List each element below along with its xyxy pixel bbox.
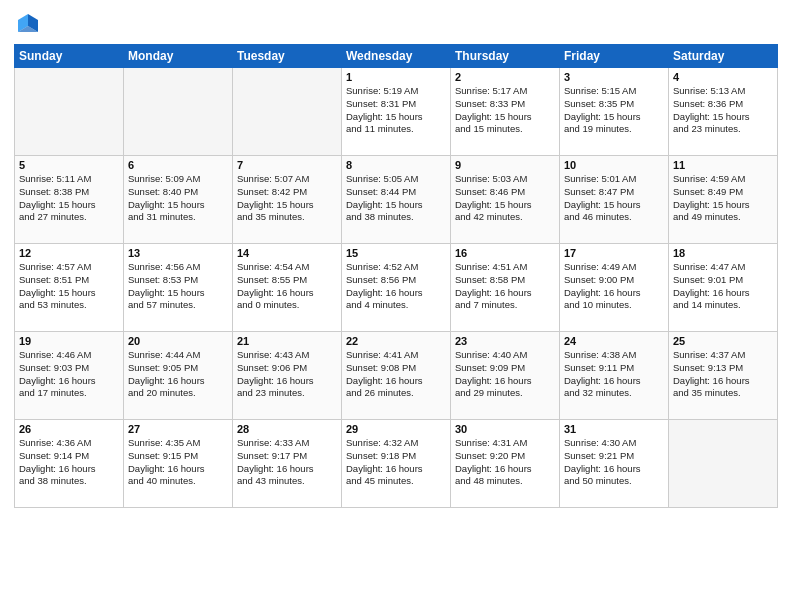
calendar-cell: 29Sunrise: 4:32 AM Sunset: 9:18 PM Dayli… [342, 420, 451, 508]
day-number: 3 [564, 71, 664, 83]
weekday-header: Sunday [15, 45, 124, 68]
weekday-header: Tuesday [233, 45, 342, 68]
calendar-cell: 13Sunrise: 4:56 AM Sunset: 8:53 PM Dayli… [124, 244, 233, 332]
calendar-cell: 14Sunrise: 4:54 AM Sunset: 8:55 PM Dayli… [233, 244, 342, 332]
day-number: 10 [564, 159, 664, 171]
day-detail: Sunrise: 4:47 AM Sunset: 9:01 PM Dayligh… [673, 261, 773, 312]
day-detail: Sunrise: 4:36 AM Sunset: 9:14 PM Dayligh… [19, 437, 119, 488]
calendar-cell: 21Sunrise: 4:43 AM Sunset: 9:06 PM Dayli… [233, 332, 342, 420]
calendar-cell: 2Sunrise: 5:17 AM Sunset: 8:33 PM Daylig… [451, 68, 560, 156]
day-number: 6 [128, 159, 228, 171]
day-number: 22 [346, 335, 446, 347]
day-detail: Sunrise: 5:03 AM Sunset: 8:46 PM Dayligh… [455, 173, 555, 224]
day-detail: Sunrise: 4:54 AM Sunset: 8:55 PM Dayligh… [237, 261, 337, 312]
calendar-week-row: 1Sunrise: 5:19 AM Sunset: 8:31 PM Daylig… [15, 68, 778, 156]
day-number: 29 [346, 423, 446, 435]
calendar-cell: 7Sunrise: 5:07 AM Sunset: 8:42 PM Daylig… [233, 156, 342, 244]
calendar-cell: 23Sunrise: 4:40 AM Sunset: 9:09 PM Dayli… [451, 332, 560, 420]
header [14, 10, 778, 38]
header-row: SundayMondayTuesdayWednesdayThursdayFrid… [15, 45, 778, 68]
calendar-cell: 24Sunrise: 4:38 AM Sunset: 9:11 PM Dayli… [560, 332, 669, 420]
calendar-cell: 9Sunrise: 5:03 AM Sunset: 8:46 PM Daylig… [451, 156, 560, 244]
calendar-cell [233, 68, 342, 156]
day-detail: Sunrise: 5:13 AM Sunset: 8:36 PM Dayligh… [673, 85, 773, 136]
day-detail: Sunrise: 4:38 AM Sunset: 9:11 PM Dayligh… [564, 349, 664, 400]
calendar-cell: 10Sunrise: 5:01 AM Sunset: 8:47 PM Dayli… [560, 156, 669, 244]
calendar-cell: 26Sunrise: 4:36 AM Sunset: 9:14 PM Dayli… [15, 420, 124, 508]
calendar-cell: 27Sunrise: 4:35 AM Sunset: 9:15 PM Dayli… [124, 420, 233, 508]
day-detail: Sunrise: 5:19 AM Sunset: 8:31 PM Dayligh… [346, 85, 446, 136]
calendar-cell: 25Sunrise: 4:37 AM Sunset: 9:13 PM Dayli… [669, 332, 778, 420]
weekday-header: Thursday [451, 45, 560, 68]
calendar-cell: 5Sunrise: 5:11 AM Sunset: 8:38 PM Daylig… [15, 156, 124, 244]
day-detail: Sunrise: 4:35 AM Sunset: 9:15 PM Dayligh… [128, 437, 228, 488]
day-detail: Sunrise: 4:51 AM Sunset: 8:58 PM Dayligh… [455, 261, 555, 312]
day-detail: Sunrise: 4:59 AM Sunset: 8:49 PM Dayligh… [673, 173, 773, 224]
day-number: 28 [237, 423, 337, 435]
day-detail: Sunrise: 4:30 AM Sunset: 9:21 PM Dayligh… [564, 437, 664, 488]
day-detail: Sunrise: 4:57 AM Sunset: 8:51 PM Dayligh… [19, 261, 119, 312]
day-number: 26 [19, 423, 119, 435]
day-number: 12 [19, 247, 119, 259]
day-number: 14 [237, 247, 337, 259]
day-detail: Sunrise: 5:09 AM Sunset: 8:40 PM Dayligh… [128, 173, 228, 224]
day-number: 27 [128, 423, 228, 435]
day-detail: Sunrise: 5:15 AM Sunset: 8:35 PM Dayligh… [564, 85, 664, 136]
calendar-cell: 31Sunrise: 4:30 AM Sunset: 9:21 PM Dayli… [560, 420, 669, 508]
day-detail: Sunrise: 4:37 AM Sunset: 9:13 PM Dayligh… [673, 349, 773, 400]
calendar-cell: 11Sunrise: 4:59 AM Sunset: 8:49 PM Dayli… [669, 156, 778, 244]
weekday-header: Monday [124, 45, 233, 68]
calendar-cell [15, 68, 124, 156]
day-detail: Sunrise: 4:56 AM Sunset: 8:53 PM Dayligh… [128, 261, 228, 312]
day-number: 18 [673, 247, 773, 259]
calendar-cell: 30Sunrise: 4:31 AM Sunset: 9:20 PM Dayli… [451, 420, 560, 508]
day-number: 4 [673, 71, 773, 83]
calendar-cell: 15Sunrise: 4:52 AM Sunset: 8:56 PM Dayli… [342, 244, 451, 332]
day-detail: Sunrise: 4:41 AM Sunset: 9:08 PM Dayligh… [346, 349, 446, 400]
day-number: 19 [19, 335, 119, 347]
day-detail: Sunrise: 5:17 AM Sunset: 8:33 PM Dayligh… [455, 85, 555, 136]
day-number: 16 [455, 247, 555, 259]
day-number: 17 [564, 247, 664, 259]
calendar-week-row: 5Sunrise: 5:11 AM Sunset: 8:38 PM Daylig… [15, 156, 778, 244]
calendar-cell: 18Sunrise: 4:47 AM Sunset: 9:01 PM Dayli… [669, 244, 778, 332]
day-detail: Sunrise: 5:11 AM Sunset: 8:38 PM Dayligh… [19, 173, 119, 224]
day-number: 31 [564, 423, 664, 435]
weekday-header: Wednesday [342, 45, 451, 68]
calendar-cell: 16Sunrise: 4:51 AM Sunset: 8:58 PM Dayli… [451, 244, 560, 332]
calendar-cell: 19Sunrise: 4:46 AM Sunset: 9:03 PM Dayli… [15, 332, 124, 420]
calendar-cell: 1Sunrise: 5:19 AM Sunset: 8:31 PM Daylig… [342, 68, 451, 156]
day-detail: Sunrise: 5:05 AM Sunset: 8:44 PM Dayligh… [346, 173, 446, 224]
calendar-cell: 3Sunrise: 5:15 AM Sunset: 8:35 PM Daylig… [560, 68, 669, 156]
calendar-cell: 8Sunrise: 5:05 AM Sunset: 8:44 PM Daylig… [342, 156, 451, 244]
day-detail: Sunrise: 4:40 AM Sunset: 9:09 PM Dayligh… [455, 349, 555, 400]
day-detail: Sunrise: 4:44 AM Sunset: 9:05 PM Dayligh… [128, 349, 228, 400]
day-detail: Sunrise: 5:01 AM Sunset: 8:47 PM Dayligh… [564, 173, 664, 224]
calendar-cell [124, 68, 233, 156]
calendar-cell: 17Sunrise: 4:49 AM Sunset: 9:00 PM Dayli… [560, 244, 669, 332]
day-detail: Sunrise: 5:07 AM Sunset: 8:42 PM Dayligh… [237, 173, 337, 224]
logo [14, 10, 46, 38]
day-detail: Sunrise: 4:33 AM Sunset: 9:17 PM Dayligh… [237, 437, 337, 488]
calendar-table: SundayMondayTuesdayWednesdayThursdayFrid… [14, 44, 778, 508]
calendar-week-row: 26Sunrise: 4:36 AM Sunset: 9:14 PM Dayli… [15, 420, 778, 508]
day-number: 25 [673, 335, 773, 347]
day-detail: Sunrise: 4:31 AM Sunset: 9:20 PM Dayligh… [455, 437, 555, 488]
day-detail: Sunrise: 4:52 AM Sunset: 8:56 PM Dayligh… [346, 261, 446, 312]
day-number: 30 [455, 423, 555, 435]
calendar-week-row: 19Sunrise: 4:46 AM Sunset: 9:03 PM Dayli… [15, 332, 778, 420]
day-number: 11 [673, 159, 773, 171]
weekday-header: Saturday [669, 45, 778, 68]
calendar-cell: 20Sunrise: 4:44 AM Sunset: 9:05 PM Dayli… [124, 332, 233, 420]
day-detail: Sunrise: 4:49 AM Sunset: 9:00 PM Dayligh… [564, 261, 664, 312]
day-number: 1 [346, 71, 446, 83]
day-detail: Sunrise: 4:32 AM Sunset: 9:18 PM Dayligh… [346, 437, 446, 488]
day-number: 20 [128, 335, 228, 347]
calendar-cell: 6Sunrise: 5:09 AM Sunset: 8:40 PM Daylig… [124, 156, 233, 244]
day-number: 24 [564, 335, 664, 347]
day-number: 9 [455, 159, 555, 171]
logo-icon [14, 10, 42, 38]
day-number: 2 [455, 71, 555, 83]
calendar-week-row: 12Sunrise: 4:57 AM Sunset: 8:51 PM Dayli… [15, 244, 778, 332]
weekday-header: Friday [560, 45, 669, 68]
